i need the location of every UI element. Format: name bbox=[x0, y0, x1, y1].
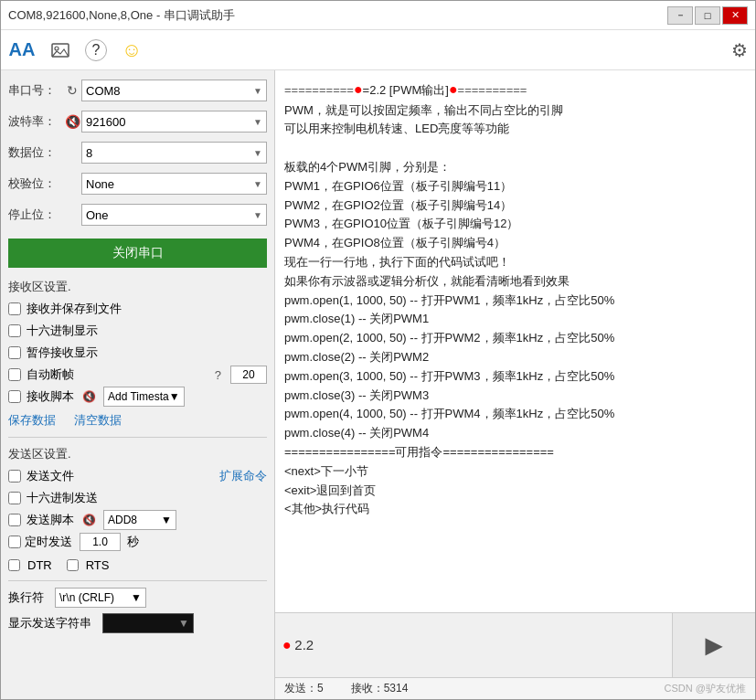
stopbits-label: 停止位： bbox=[8, 207, 63, 223]
send-script-row: 发送脚本 🔇 ADD8 ▼ bbox=[8, 510, 267, 530]
databits-row: 数据位： 8 ▼ bbox=[8, 140, 267, 165]
baud-select-arrow: ▼ bbox=[253, 117, 262, 127]
recv-script-label: 接收脚本 bbox=[27, 388, 74, 405]
recv-line-11: 如果你有示波器或逻辑分析仪，就能看清晰地看到效果 bbox=[284, 272, 746, 292]
main-window: COM8,921600,None,8,One - 串口调试助手 － □ ✕ AA… bbox=[0, 0, 756, 700]
recv-line-20: ================可用指令================ bbox=[284, 443, 746, 462]
rts-checkbox[interactable] bbox=[67, 559, 79, 571]
window-title: COM8,921600,None,8,One - 串口调试助手 bbox=[8, 7, 235, 24]
recv-hex-checkbox[interactable] bbox=[8, 324, 21, 337]
save-data-link[interactable]: 保存数据 bbox=[8, 412, 56, 429]
send-file-label: 发送文件 bbox=[27, 468, 74, 484]
recv-save-file-checkbox[interactable] bbox=[8, 302, 21, 315]
recv-count-label: 接收：5314 bbox=[351, 681, 409, 696]
title-bar: COM8,921600,None,8,One - 串口调试助手 － □ ✕ bbox=[1, 1, 755, 30]
recv-line-18: pwm.open(4, 1000, 50) -- 打开PWM4，频率1kHz，占… bbox=[284, 405, 746, 424]
recv-addon-select[interactable]: Add Timesta ▼ bbox=[103, 387, 185, 407]
title-bar-left: COM8,921600,None,8,One - 串口调试助手 bbox=[8, 7, 235, 24]
separator-2 bbox=[8, 580, 267, 581]
left-panel: 串口号： ↻ COM8 ▼ 波特率： 🔇 921600 ▼ 数据位： bbox=[1, 70, 275, 699]
send-script-icon: 🔇 bbox=[80, 514, 98, 526]
recv-line-2: PWM，就是可以按固定频率，输出不同占空比的引脚 bbox=[284, 101, 746, 121]
recv-script-checkbox[interactable] bbox=[8, 390, 21, 403]
dtr-label: DTR bbox=[27, 558, 52, 572]
recv-line-15: pwm.close(2) -- 关闭PWM2 bbox=[284, 348, 746, 367]
send-button[interactable]: ► bbox=[673, 613, 755, 677]
recv-script-row: 接收脚本 🔇 Add Timesta ▼ bbox=[8, 387, 267, 407]
send-hex-row: 十六进制发送 bbox=[8, 488, 267, 508]
recv-addon-value: Add Timesta bbox=[108, 390, 169, 403]
settings-icon[interactable]: ⚙ bbox=[731, 39, 748, 61]
recv-save-file-label: 接收并保存到文件 bbox=[27, 301, 122, 317]
font-icon[interactable]: AA bbox=[8, 37, 36, 64]
auto-frame-help-icon[interactable]: ? bbox=[215, 368, 221, 382]
recv-line-6: PWM1，在GPIO6位置（板子引脚编号11） bbox=[284, 177, 746, 196]
databits-value: 8 bbox=[86, 146, 92, 160]
recv-line-17: pwm.close(3) -- 关闭PWM3 bbox=[284, 387, 746, 406]
close-button[interactable]: ✕ bbox=[722, 6, 748, 25]
newline-select-arrow: ▼ bbox=[131, 591, 142, 604]
toolbar-left: AA ? ☺ bbox=[8, 37, 145, 64]
timer-send-label: 定时发送 bbox=[25, 534, 72, 550]
send-section-title: 发送区设置. bbox=[8, 446, 267, 462]
recv-line-10: 现在一行一行地，执行下面的代码试试吧！ bbox=[284, 253, 746, 272]
parity-select[interactable]: None ▼ bbox=[81, 173, 267, 195]
send-script-addon-value: ADD8 bbox=[108, 514, 137, 526]
send-script-checkbox[interactable] bbox=[8, 514, 21, 526]
main-content: 串口号： ↻ COM8 ▼ 波特率： 🔇 921600 ▼ 数据位： bbox=[1, 70, 755, 699]
recv-addon-arrow: ▼ bbox=[169, 390, 180, 403]
receive-area: ==========●=2.2 [PWM输出]●========== PWM，就… bbox=[275, 70, 755, 613]
stopbits-value: One bbox=[86, 208, 109, 222]
newline-value: \r\n (CRLF) bbox=[59, 591, 114, 604]
dtr-checkbox[interactable] bbox=[8, 559, 20, 571]
recv-script-icon: 🔇 bbox=[80, 390, 98, 403]
databits-select-arrow: ▼ bbox=[253, 148, 262, 158]
help-icon[interactable]: ? bbox=[85, 39, 107, 61]
recv-auto-frame-checkbox[interactable] bbox=[8, 368, 21, 381]
recv-line-1-mid: =2.2 [PWM输出] bbox=[363, 83, 449, 97]
clear-data-link[interactable]: 清空数据 bbox=[74, 412, 122, 429]
maximize-button[interactable]: □ bbox=[695, 6, 720, 25]
auto-frame-value-input[interactable] bbox=[230, 366, 267, 384]
recv-auto-frame-row: 自动断帧 ? bbox=[8, 365, 267, 385]
newline-row: 换行符 \r\n (CRLF) ▼ bbox=[8, 586, 267, 610]
parity-label: 校验位： bbox=[8, 175, 63, 192]
separator-1 bbox=[8, 437, 267, 438]
receive-section-title: 接收区设置. bbox=[8, 279, 267, 295]
dtr-rts-row: DTR RTS bbox=[8, 554, 267, 576]
port-select[interactable]: COM8 ▼ bbox=[81, 80, 267, 101]
display-send-select[interactable]: ▼ bbox=[102, 613, 194, 633]
recv-hex-row: 十六进制显示 bbox=[8, 321, 267, 341]
baud-select[interactable]: 921600 ▼ bbox=[81, 111, 267, 133]
newline-select[interactable]: \r\n (CRLF) ▼ bbox=[55, 588, 146, 608]
close-port-button[interactable]: 关闭串口 bbox=[8, 239, 267, 268]
toolbar: AA ? ☺ ⚙ bbox=[1, 30, 755, 70]
send-input-value[interactable]: 2.2 bbox=[294, 637, 314, 652]
stopbits-select-arrow: ▼ bbox=[253, 210, 262, 220]
baud-label: 波特率： bbox=[8, 113, 63, 130]
send-file-checkbox[interactable] bbox=[8, 470, 21, 483]
expand-cmd-link[interactable]: 扩展命令 bbox=[219, 468, 267, 484]
recv-pause-checkbox[interactable] bbox=[8, 346, 21, 359]
recv-hex-label: 十六进制显示 bbox=[27, 323, 98, 339]
recv-line-19: pwm.close(4) -- 关闭PWM4 bbox=[284, 424, 746, 443]
timer-value-input[interactable] bbox=[80, 533, 121, 551]
refresh-icon[interactable]: ↻ bbox=[63, 83, 81, 98]
recv-line-21: <next>下一小节 bbox=[284, 462, 746, 482]
parity-select-arrow: ▼ bbox=[253, 179, 262, 189]
emoji-icon[interactable]: ☺ bbox=[118, 37, 145, 64]
right-panel: ==========●=2.2 [PWM输出]●========== PWM，就… bbox=[275, 70, 755, 699]
timer-send-checkbox[interactable] bbox=[8, 536, 21, 548]
send-hex-checkbox[interactable] bbox=[8, 492, 21, 504]
minimize-button[interactable]: － bbox=[667, 6, 693, 25]
image-icon[interactable] bbox=[47, 37, 74, 64]
send-input-area: ● 2.2 bbox=[275, 613, 673, 677]
watermark: CSDN @驴友优推 bbox=[665, 682, 746, 695]
send-script-addon-select[interactable]: ADD8 ▼ bbox=[103, 510, 176, 530]
databits-label: 数据位： bbox=[8, 144, 63, 161]
recv-save-file-row: 接收并保存到文件 bbox=[8, 299, 267, 319]
databits-select[interactable]: 8 ▼ bbox=[81, 142, 267, 164]
title-bar-controls: － □ ✕ bbox=[667, 6, 748, 25]
stopbits-select[interactable]: One ▼ bbox=[81, 204, 267, 226]
stopbits-row: 停止位： One ▼ bbox=[8, 202, 267, 228]
